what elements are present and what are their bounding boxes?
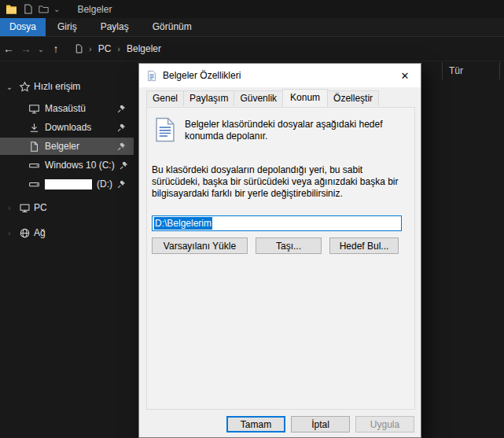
location-tab-page: Belgeler klasöründeki dosyalar aşağıdaki… — [146, 107, 415, 410]
sidebar-item-windows-drive[interactable]: Windows 10 (C:) — [0, 156, 134, 174]
dialog-footer: Tamam İptal Uygula — [226, 416, 414, 432]
sidebar-item-network[interactable]: › Ağ — [0, 224, 134, 241]
properties-dialog: Belgeler Özellikleri ✕ Genel Paylaşım Gü… — [138, 63, 421, 438]
properties-doc-icon — [146, 70, 157, 82]
restore-default-button[interactable]: Varsayılanı Yükle — [152, 237, 248, 254]
ribbon-tab-giris[interactable]: Giriş — [46, 18, 89, 36]
window-title: Belgeler — [77, 4, 112, 15]
explorer-app-icon — [6, 4, 17, 14]
redacted-drive-label — [45, 179, 92, 190]
sidebar-item-label: (D:) — [97, 179, 112, 190]
explorer-window: ⌄ Belgeler Dosya Giriş Paylaş Görünüm ← … — [0, 0, 504, 438]
breadcrumb-separator-icon: › — [89, 44, 92, 53]
dialog-title: Belgeler Özellikleri — [163, 70, 241, 81]
pc-icon — [19, 202, 31, 214]
address-location-icon — [74, 43, 84, 54]
sidebar-item-label: Belgeler — [45, 141, 79, 152]
close-icon[interactable]: ✕ — [389, 64, 421, 87]
chevron-collapsed-icon[interactable]: › — [3, 229, 16, 237]
breadcrumb-belgeler[interactable]: Belgeler — [125, 43, 163, 54]
drive-icon — [28, 179, 40, 190]
find-target-button[interactable]: Hedef Bul... — [329, 237, 399, 254]
address-bar[interactable]: › PC › Belgeler — [74, 43, 163, 54]
pin-icon — [117, 105, 126, 113]
star-icon — [19, 81, 31, 93]
location-intro-text: Belgeler klasöründeki dosyalar aşağıdaki… — [185, 119, 402, 142]
monitor-icon — [28, 103, 40, 115]
ribbon-tabs: Dosya Giriş Paylaş Görünüm — [0, 18, 504, 37]
navigation-bar: ← → ⌄ ↑ › PC › Belgeler — [0, 37, 504, 61]
path-selected-text: D:\Belgelerim — [154, 217, 212, 230]
ribbon-tab-gorunum[interactable]: Görünüm — [141, 18, 204, 36]
chevron-expanded-icon[interactable]: ⌄ — [3, 83, 16, 91]
forward-icon[interactable]: → — [17, 42, 35, 55]
sidebar-item-label: Masaüstü — [45, 103, 86, 114]
chevron-collapsed-icon[interactable]: › — [3, 204, 16, 212]
tab-ozellestir[interactable]: Özelleştir — [327, 90, 379, 106]
sidebar-item-documents[interactable]: Belgeler — [0, 138, 134, 155]
apply-button[interactable]: Uygula — [355, 416, 414, 432]
sidebar-item-desktop[interactable]: Masaüstü — [0, 100, 134, 117]
drive-icon — [28, 160, 40, 171]
location-description-text: Bu klasördeki dosyaların depolandığı yer… — [152, 164, 411, 200]
location-path-input[interactable]: D:\Belgelerim — [152, 215, 402, 231]
ok-button[interactable]: Tamam — [226, 416, 285, 432]
move-button[interactable]: Taşı... — [256, 237, 322, 254]
quick-access-dropdown-icon[interactable]: ⌄ — [53, 5, 60, 13]
quick-access-properties-icon[interactable] — [24, 4, 32, 14]
pin-icon — [117, 180, 126, 189]
titlebar[interactable]: ⌄ Belgeler — [0, 0, 504, 18]
recent-locations-dropdown-icon[interactable]: ⌄ — [35, 45, 47, 53]
sidebar-item-quick-access[interactable]: ⌄ Hızlı erişim — [0, 78, 134, 95]
sidebar-item-pc[interactable]: › PC — [0, 199, 134, 216]
pin-icon — [117, 142, 126, 151]
ribbon-tab-paylas[interactable]: Paylaş — [89, 18, 141, 36]
dialog-titlebar[interactable]: Belgeler Özellikleri ✕ — [139, 64, 421, 87]
location-page-icon — [153, 117, 177, 145]
breadcrumb-separator-icon: › — [117, 44, 120, 53]
pin-icon — [117, 123, 126, 132]
tab-paylasim[interactable]: Paylaşım — [183, 90, 234, 106]
sidebar-item-label: Windows 10 (C:) — [45, 160, 115, 171]
breadcrumb-pc[interactable]: PC — [97, 43, 113, 54]
dialog-tabs: Genel Paylaşım Güvenlik Konum Özelleştir — [146, 89, 378, 106]
back-icon[interactable]: ← — [0, 42, 17, 55]
sidebar-item-downloads[interactable]: Downloads — [0, 119, 134, 136]
column-header-type[interactable]: Tür — [442, 62, 500, 79]
tab-genel[interactable]: Genel — [146, 90, 184, 106]
sidebar-item-label: Downloads — [45, 122, 91, 133]
up-icon[interactable]: ↑ — [47, 42, 64, 55]
sidebar: ⌄ Hızlı erişim Masaüstü Downloads — [0, 61, 134, 438]
sidebar-item-d-drive[interactable]: (D:) — [0, 175, 134, 193]
cancel-button[interactable]: İptal — [291, 416, 350, 432]
sidebar-item-label: Ağ — [34, 227, 46, 238]
sidebar-item-label: PC — [34, 202, 47, 213]
location-buttons: Varsayılanı Yükle Taşı... Hedef Bul... — [152, 237, 399, 254]
sidebar-item-label: Hızlı erişim — [34, 81, 80, 92]
pin-icon — [120, 161, 128, 170]
document-icon — [28, 141, 40, 153]
tab-guvenlik[interactable]: Güvenlik — [234, 90, 283, 106]
quick-access-new-folder-icon[interactable] — [39, 5, 49, 13]
ribbon-tab-dosya[interactable]: Dosya — [0, 18, 46, 36]
download-icon — [28, 122, 40, 134]
network-icon — [19, 227, 31, 239]
tab-konum[interactable]: Konum — [282, 89, 328, 107]
